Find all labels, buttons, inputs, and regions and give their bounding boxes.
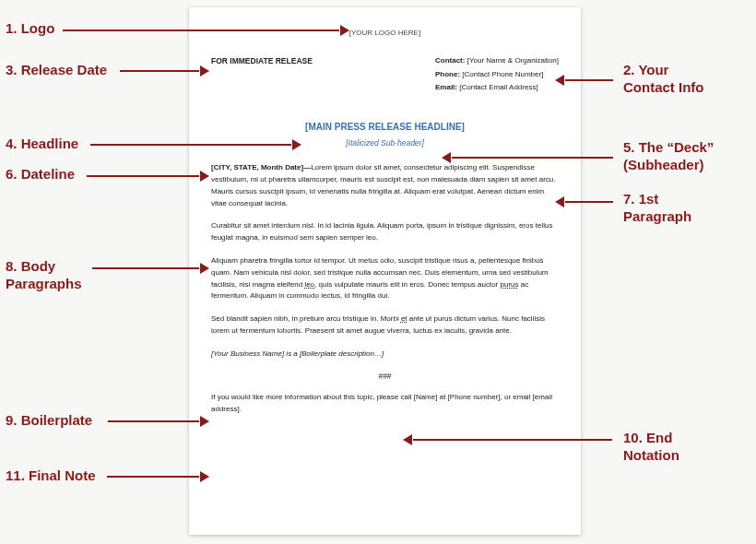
annotation-4-headline: 4. Headline: [6, 136, 78, 153]
phone-label: Phone:: [435, 70, 460, 78]
annotation-6-dateline: 6. Dateline: [6, 166, 75, 183]
arrow-3: [120, 70, 199, 72]
arrow-10: [413, 439, 612, 441]
p4u: et: [401, 314, 408, 323]
p3u1: leo,: [304, 280, 316, 289]
arrow-9: [108, 420, 199, 422]
headline: [MAIN PRESS RELEASE HEADLINE]: [211, 120, 559, 135]
arrow-8: [92, 267, 199, 269]
arrow-5: [452, 157, 613, 159]
annotation-11-final-note: 11. Final Note: [6, 467, 96, 485]
contact-block: Contact: [Your Name & Organization] Phon…: [435, 55, 559, 95]
annotation-1-logo: 1. Logo: [6, 20, 54, 38]
dateline: [CITY, STATE, Month Date]—: [211, 163, 311, 171]
press-release-document: [YOUR LOGO HERE] FOR IMMEDIATE RELEASE C…: [189, 7, 581, 535]
annotation-7-first-para: 7. 1st Paragraph: [623, 191, 691, 226]
contact-value: [Your Name & Organization]: [467, 56, 559, 65]
arrow-6: [87, 175, 199, 177]
end-notation: ###: [211, 371, 559, 383]
annotation-5-deck: 5. The “Deck” (Subheader): [623, 139, 714, 174]
p3b: quis vulputate mauris elit in eros. Done…: [316, 280, 500, 289]
p4a: Sed blandit sapien nibh, in pretium arcu…: [211, 314, 401, 323]
header-row: FOR IMMEDIATE RELEASE Contact: [Your Nam…: [211, 55, 559, 95]
release-date-line: FOR IMMEDIATE RELEASE: [211, 55, 313, 95]
boilerplate: [Your Business Name] is a [Boilerplate d…: [211, 349, 559, 360]
arrow-2: [565, 79, 613, 81]
phone-value: [Contact Phone Number]: [462, 70, 543, 78]
arrow-11: [107, 476, 199, 478]
body-paragraph-4: Sed blandit sapien nibh, in pretium arcu…: [211, 313, 559, 337]
body-paragraph-3: Aliquam pharetra fringilla tortor id tem…: [211, 255, 559, 302]
arrow-4: [90, 144, 291, 146]
annotation-10-end: 10. End Notation: [623, 430, 679, 465]
email-label: Email:: [435, 83, 457, 91]
annotation-2-contact: 2. Your Contact Info: [623, 62, 704, 97]
arrow-7: [565, 201, 613, 203]
annotation-9-boilerplate: 9. Boilerplate: [6, 412, 92, 430]
body-paragraph-2: Curabitur sit amet interdum nisl. In id …: [211, 220, 559, 244]
contact-label: Contact:: [435, 56, 465, 65]
final-note: If you would like more information about…: [211, 392, 559, 416]
annotation-8-body: 8. Body Paragraphs: [6, 258, 82, 293]
annotation-3-release-date: 3. Release Date: [6, 62, 107, 79]
email-value: [Contact Email Address]: [459, 83, 537, 91]
p3u2: purus: [501, 280, 519, 289]
arrow-1: [63, 30, 339, 31]
first-paragraph: [CITY, STATE, Month Date]—Lorem ipsum do…: [211, 162, 559, 209]
